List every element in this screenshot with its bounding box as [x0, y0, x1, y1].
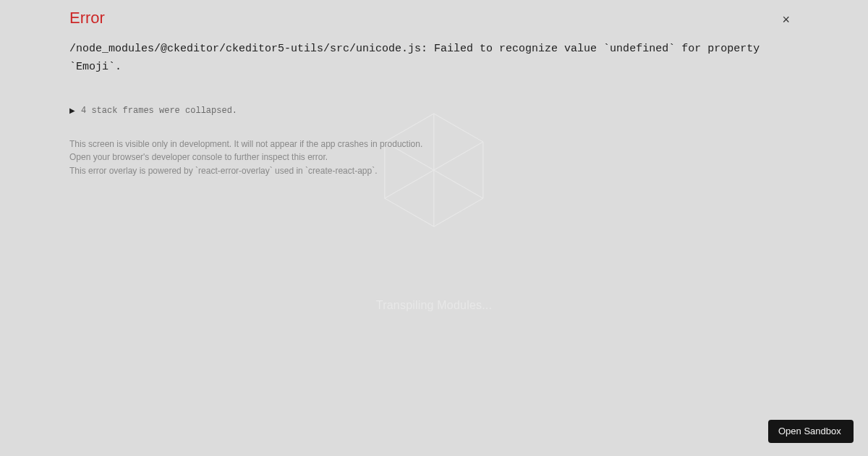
close-button[interactable]: ×: [782, 13, 790, 26]
footer-line-1: This screen is visible only in developme…: [69, 138, 799, 151]
footer-line-3: This error overlay is powered by `react-…: [69, 164, 799, 178]
error-overlay: × Error /node_modules/@ckeditor/ckeditor…: [0, 0, 868, 456]
stack-frames-label: 4 stack frames were collapsed.: [81, 106, 237, 116]
caret-right-icon: ▶: [69, 106, 75, 114]
stack-frames-toggle[interactable]: ▶ 4 stack frames were collapsed.: [69, 106, 799, 116]
open-sandbox-button[interactable]: Open Sandbox: [768, 420, 854, 443]
error-heading: Error: [69, 9, 799, 28]
dev-footer: This screen is visible only in developme…: [69, 138, 799, 178]
error-message: /node_modules/@ckeditor/ckeditor5-utils/…: [69, 41, 799, 77]
footer-line-2: Open your browser's developer console to…: [69, 151, 799, 164]
